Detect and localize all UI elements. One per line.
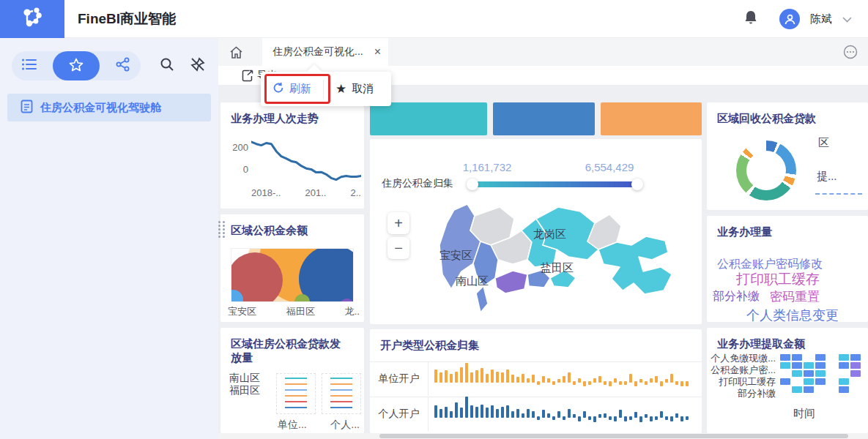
kpi-block-blue [493,102,595,135]
list-view-icon[interactable] [22,58,37,74]
card-title: 区域住房公积金贷款发放量 [220,328,352,364]
card-map: 住房公积金归集 1,161,732 6,554,429 + − [370,139,702,324]
slider-handle-left[interactable] [467,179,478,190]
panel-drag-handle[interactable] [218,221,226,243]
range-slider-track[interactable] [472,181,637,187]
cancel-label: 取消 [352,82,374,96]
person-bars-chart [434,397,698,431]
x-tick: 福田区 [286,305,315,318]
donut-chart [736,140,796,200]
star-filled-icon: ★ [335,81,346,97]
row-label: 南山区 [229,372,260,384]
map-zoom-out-button[interactable]: − [387,237,409,259]
notification-bell-icon[interactable] [744,10,757,28]
card-title: 区域回收公积金贷款 [707,102,868,125]
trend-line-chart [251,135,361,186]
share-network-icon[interactable] [116,57,130,75]
sidebar: 住房公积金可视化驾驶舱 [0,38,218,439]
district-label: 宝安区 [439,249,472,263]
tab-close-icon[interactable]: × [374,45,381,59]
card-account-type: 开户类型公积金归集 单位开户 个人开户 [370,329,702,433]
user-name[interactable]: 陈斌 [810,12,832,26]
card-loan-issue: 区域住房公积金贷款发放量 南山区 福田区 单位... 个人... [220,328,364,433]
card-title: 区域公积金余额 [220,214,364,237]
tab-dashboard[interactable]: 住房公积金可视化... × [262,38,388,66]
bubble-chart [231,248,354,302]
dashboard-canvas: 业务办理人次走势 200 0 2018-.. 201.. 2.. 区域公积金余额… [218,85,868,433]
search-icon[interactable] [160,57,174,75]
district-label: 盐田区 [541,261,574,275]
finebi-logo[interactable] [0,0,64,38]
map-zoom-in-button[interactable]: + [387,212,409,234]
wordcloud-word: 密码重置 [770,288,820,305]
x-tick: 宝安区 [228,305,256,318]
wordcloud-word: 部分补缴 [713,289,760,304]
trend-polyline [251,142,361,180]
heatmap-grid [780,354,864,397]
context-menu: 刷新 ★ 取消 [261,72,391,106]
wordcloud-word: 打印职工缓存 [736,270,820,289]
choropleth-map: 宝安区 南山区 龙岗区 盐田区 [410,201,696,320]
top-bar: FineBI商业智能 陈斌 [0,0,868,38]
row-label: 打印职工缓存 [707,376,776,388]
tab-bar: 住房公积金可视化... × [218,38,868,66]
finebi-app: FineBI商业智能 陈斌 [0,0,868,439]
sidebar-item-dashboard[interactable]: 住房公积金可视化驾驶舱 [7,94,211,121]
card-business-volume: 业务办理量 公积金账户密码修改 打印职工缓存 部分补缴 密码重置 个人类信息变更 [707,216,868,322]
app-title: FineBI商业智能 [78,0,176,38]
row-label: 公积金账户密... [707,364,776,376]
star-icon [69,58,84,75]
col-label: 单位... [278,419,307,432]
legend-dashed-line [815,193,862,195]
card-withdraw-amount: 业务办理提取金额 个人免缴现缴... 公积金账户密... 打印职工缓存 部分补缴… [707,328,868,433]
sidebar-view-switcher [12,51,141,80]
document-icon [21,100,33,116]
wordcloud-word: 个人类信息变更 [746,307,839,322]
card-trend: 业务办理人次走势 200 0 2018-.. 201.. 2.. [220,102,364,209]
legend-title: 区 [818,136,829,150]
card-title: 业务办理提取金额 [707,328,868,350]
col-label: 个人... [330,419,360,432]
donut-hole [746,151,786,190]
refresh-icon [272,82,284,96]
row-label: 个人免缴现缴... [707,353,776,364]
slider-handle-right[interactable] [631,179,643,190]
row-label: 单位开户 [370,362,429,396]
x-axis-label: 时间 [793,407,815,421]
row-label: 福田区 [229,384,260,397]
row-label: 部分补缴 [707,388,776,399]
district-label: 南山区 [456,274,489,288]
loan-mini-table-col1 [276,373,316,414]
y-tick: 0 [226,164,248,175]
refresh-label: 刷新 [289,82,311,96]
x-tick: 201.. [305,187,327,198]
unit-bars-chart [434,362,698,396]
user-avatar[interactable] [779,9,800,29]
kpi-block-orange [601,102,702,135]
home-icon[interactable] [227,44,245,61]
cancel-favorite-menu-item[interactable]: ★ 取消 [324,72,385,106]
card-bubble: 区域公积金余额 宝安区 福田区 龙.. [220,214,364,322]
x-tick: 2018-.. [251,187,281,198]
loan-mini-table-col2 [322,373,361,414]
molecule-icon [20,5,45,33]
y-tick: 200 [226,142,248,153]
main-area: 住房公积金可视化... × 导出 刷新 ★ [218,38,868,439]
favorites-tab-selected[interactable] [53,51,100,80]
legend-item: 提... [817,170,837,184]
x-tick: 2.. [351,187,361,198]
scrollbar-thumb[interactable] [379,434,848,438]
card-title: 开户类型公积金归集 [370,329,702,352]
district-label: 龙岗区 [533,228,566,241]
tab-label: 住房公积金可视化... [272,45,371,59]
slider-label: 住房公积金归集 [382,177,453,190]
kpi-block-teal [370,102,487,135]
x-tick: 龙.. [345,305,360,318]
more-options-icon[interactable] [843,45,858,62]
card-recycle-loan: 区域回收公积金贷款 区 提... [707,102,868,210]
chevron-down-icon[interactable] [842,12,852,26]
row-label: 个人开户 [370,397,429,431]
sidebar-item-label: 住房公积金可视化驾驶舱 [40,101,161,115]
horizontal-scrollbar [218,433,868,439]
unpin-icon[interactable] [190,57,205,75]
